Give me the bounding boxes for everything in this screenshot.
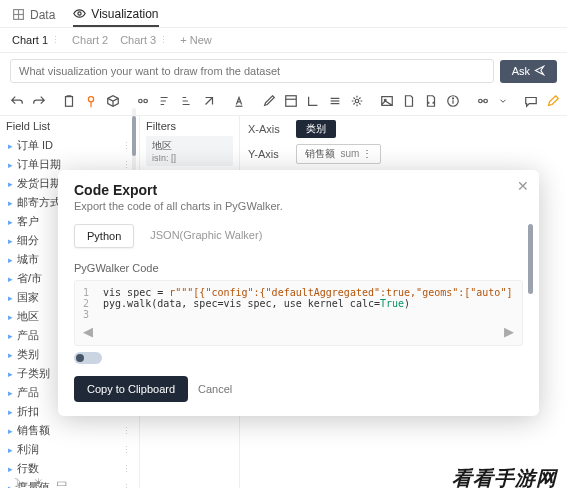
display-icon[interactable]: ▭ <box>56 476 67 490</box>
code-toggle[interactable] <box>74 352 102 364</box>
axis-icon[interactable] <box>306 93 320 109</box>
eye-icon <box>73 7 86 20</box>
chart-tab-1[interactable]: Chart 1⋮ <box>12 34 60 46</box>
toolbar <box>0 89 567 116</box>
layout-icon[interactable] <box>284 93 298 109</box>
brush-icon[interactable] <box>546 93 560 109</box>
chart-tab-new[interactable]: + New <box>180 34 212 46</box>
chart-tab-2[interactable]: Chart 2 <box>72 34 108 46</box>
svg-point-15 <box>355 99 359 103</box>
modal-title: Code Export <box>74 182 523 198</box>
code-export-modal: ✕ Code Export Export the code of all cha… <box>58 170 539 416</box>
tab-data[interactable]: Data <box>12 8 55 26</box>
yaxis-label: Y-Axis <box>248 148 288 160</box>
modal-close-icon[interactable]: ✕ <box>517 178 529 194</box>
ask-button[interactable]: Ask <box>500 60 557 83</box>
code-scroll-right-icon[interactable]: ▶ <box>504 324 514 339</box>
modal-tabs: Python JSON(Graphic Walker) <box>74 224 523 248</box>
xaxis-chip[interactable]: 类别 <box>296 120 336 138</box>
brand-watermark: 看看手游网 <box>452 465 557 492</box>
dimension-icon: ▸ <box>8 160 13 170</box>
field-item[interactable]: ▸利润⋮ <box>6 440 133 459</box>
tab-data-label: Data <box>30 8 55 22</box>
sort-asc-icon[interactable] <box>158 93 172 109</box>
menu-icon[interactable] <box>328 93 342 109</box>
gear-icon[interactable] <box>350 93 364 109</box>
dimension-icon: ▸ <box>8 350 13 360</box>
chart-tabs: Chart 1⋮ Chart 2 Chart 3⋮ + New <box>0 28 567 53</box>
modal-tab-python[interactable]: Python <box>74 224 134 248</box>
message-icon[interactable] <box>524 93 538 109</box>
modal-subtitle: Export the code of all charts in PyGWalk… <box>74 200 523 212</box>
redo-icon[interactable] <box>32 93 46 109</box>
sun-icon[interactable]: ☀ <box>33 476 44 490</box>
dropdown-icon[interactable] <box>498 93 508 109</box>
dimension-icon: ▸ <box>8 388 13 398</box>
dimension-icon: ▸ <box>8 426 13 436</box>
svg-point-8 <box>144 99 148 103</box>
dimension-icon: ▸ <box>8 445 13 455</box>
dimension-icon: ▸ <box>8 369 13 379</box>
tab-visualization-label: Visualization <box>91 7 158 21</box>
pin-icon[interactable] <box>84 93 98 109</box>
code-scroll-left-icon[interactable]: ◀ <box>83 324 93 339</box>
cube-icon[interactable] <box>106 93 120 109</box>
dimension-icon: ▸ <box>8 331 13 341</box>
filter-icon[interactable] <box>136 93 150 109</box>
info-icon[interactable] <box>446 93 460 109</box>
csv-export-icon[interactable] <box>402 93 416 109</box>
code-export-icon[interactable] <box>424 93 438 109</box>
dimension-icon: ▸ <box>8 141 13 151</box>
bottom-icon-bar: ☽ ☀ ▭ <box>10 476 67 490</box>
field-list-title: Field List <box>6 120 133 132</box>
chain-icon[interactable] <box>476 93 490 109</box>
svg-point-3 <box>78 12 81 15</box>
svg-point-22 <box>484 99 488 103</box>
dimension-icon: ▸ <box>8 198 13 208</box>
yaxis-chip[interactable]: 销售额 sum ⋮ <box>296 144 381 164</box>
svg-rect-10 <box>286 96 297 107</box>
code-section-label: PyGWalker Code <box>74 262 523 274</box>
svg-point-7 <box>139 99 143 103</box>
modal-scrollbar[interactable] <box>528 224 533 294</box>
dimension-icon: ▸ <box>8 464 13 474</box>
dimension-icon: ▸ <box>8 236 13 246</box>
cancel-button[interactable]: Cancel <box>198 383 232 395</box>
chart-tab-3[interactable]: Chart 3⋮ <box>120 34 168 46</box>
search-row: Ask <box>0 53 567 89</box>
dimension-icon: ▸ <box>8 293 13 303</box>
xaxis-label: X-Axis <box>248 123 288 135</box>
modal-tab-json[interactable]: JSON(Graphic Walker) <box>138 224 274 248</box>
copy-clipboard-button[interactable]: Copy to Clipboard <box>74 376 188 402</box>
filters-title: Filters <box>146 120 233 132</box>
svg-rect-4 <box>66 97 73 107</box>
send-icon <box>534 65 545 78</box>
transpose-icon[interactable] <box>202 93 216 109</box>
dimension-icon: ▸ <box>8 255 13 265</box>
sort-desc-icon[interactable] <box>180 93 194 109</box>
tab-visualization[interactable]: Visualization <box>73 7 158 27</box>
image-export-icon[interactable] <box>380 93 394 109</box>
filter-chip-region[interactable]: 地区 isIn: [] <box>146 136 233 166</box>
dimension-icon: ▸ <box>8 407 13 417</box>
field-item[interactable]: ▸销售额⋮ <box>6 421 133 440</box>
clipboard-icon[interactable] <box>62 93 76 109</box>
svg-point-5 <box>88 97 93 102</box>
dimension-icon: ▸ <box>8 179 13 189</box>
text-format-icon[interactable] <box>232 93 246 109</box>
dimension-icon: ▸ <box>8 217 13 227</box>
color-pick-icon[interactable] <box>262 93 276 109</box>
svg-point-20 <box>453 98 454 99</box>
undo-icon[interactable] <box>10 93 24 109</box>
code-box[interactable]: 1 vis_spec = r"""[{"config":{"defaultAgg… <box>74 280 523 346</box>
grid-icon <box>12 8 25 21</box>
search-input[interactable] <box>10 59 494 83</box>
moon-icon[interactable]: ☽ <box>10 476 21 490</box>
dimension-icon: ▸ <box>8 312 13 322</box>
top-tabs: Data Visualization <box>0 0 567 28</box>
svg-point-21 <box>479 99 483 103</box>
dimension-icon: ▸ <box>8 274 13 284</box>
field-item[interactable]: ▸订单 ID⋮ <box>6 136 133 155</box>
